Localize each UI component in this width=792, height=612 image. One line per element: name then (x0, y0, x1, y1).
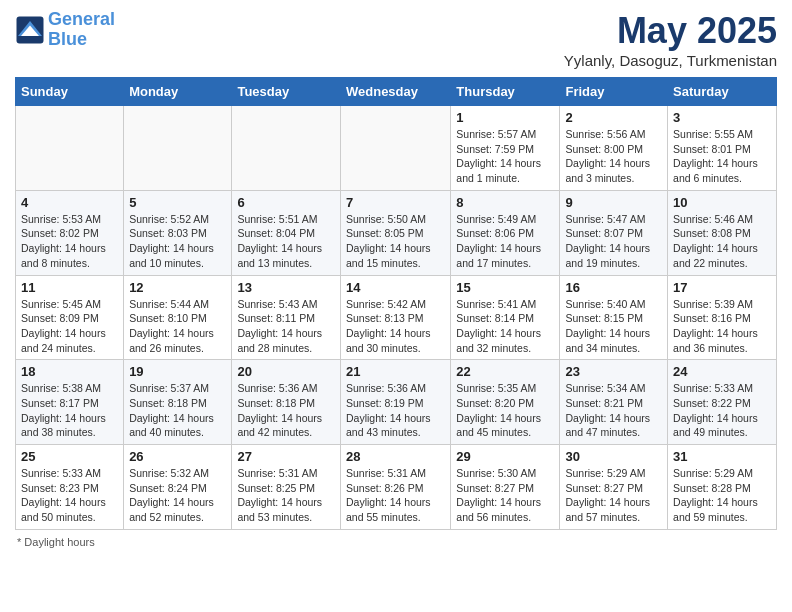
day-number: 22 (456, 364, 554, 379)
logo-line2: Blue (48, 29, 87, 49)
subtitle: Yylanly, Dasoguz, Turkmenistan (564, 52, 777, 69)
day-info: Sunrise: 5:29 AM Sunset: 8:27 PM Dayligh… (565, 466, 662, 525)
calendar-week-2: 4Sunrise: 5:53 AM Sunset: 8:02 PM Daylig… (16, 190, 777, 275)
calendar-cell: 29Sunrise: 5:30 AM Sunset: 8:27 PM Dayli… (451, 445, 560, 530)
title-block: May 2025 Yylanly, Dasoguz, Turkmenistan (564, 10, 777, 69)
day-number: 29 (456, 449, 554, 464)
day-number: 4 (21, 195, 118, 210)
calendar-cell: 23Sunrise: 5:34 AM Sunset: 8:21 PM Dayli… (560, 360, 668, 445)
calendar-cell: 4Sunrise: 5:53 AM Sunset: 8:02 PM Daylig… (16, 190, 124, 275)
calendar-cell: 9Sunrise: 5:47 AM Sunset: 8:07 PM Daylig… (560, 190, 668, 275)
day-header-saturday: Saturday (668, 78, 777, 106)
calendar-cell: 25Sunrise: 5:33 AM Sunset: 8:23 PM Dayli… (16, 445, 124, 530)
header: General Blue May 2025 Yylanly, Dasoguz, … (15, 10, 777, 69)
day-info: Sunrise: 5:46 AM Sunset: 8:08 PM Dayligh… (673, 212, 771, 271)
day-info: Sunrise: 5:53 AM Sunset: 8:02 PM Dayligh… (21, 212, 118, 271)
day-info: Sunrise: 5:45 AM Sunset: 8:09 PM Dayligh… (21, 297, 118, 356)
page: General Blue May 2025 Yylanly, Dasoguz, … (0, 0, 792, 558)
day-number: 17 (673, 280, 771, 295)
calendar-cell: 24Sunrise: 5:33 AM Sunset: 8:22 PM Dayli… (668, 360, 777, 445)
day-info: Sunrise: 5:49 AM Sunset: 8:06 PM Dayligh… (456, 212, 554, 271)
calendar-cell: 20Sunrise: 5:36 AM Sunset: 8:18 PM Dayli… (232, 360, 341, 445)
day-info: Sunrise: 5:36 AM Sunset: 8:19 PM Dayligh… (346, 381, 445, 440)
day-number: 11 (21, 280, 118, 295)
calendar-week-3: 11Sunrise: 5:45 AM Sunset: 8:09 PM Dayli… (16, 275, 777, 360)
day-number: 5 (129, 195, 226, 210)
calendar-week-5: 25Sunrise: 5:33 AM Sunset: 8:23 PM Dayli… (16, 445, 777, 530)
day-info: Sunrise: 5:31 AM Sunset: 8:26 PM Dayligh… (346, 466, 445, 525)
calendar-cell: 14Sunrise: 5:42 AM Sunset: 8:13 PM Dayli… (340, 275, 450, 360)
main-title: May 2025 (564, 10, 777, 52)
day-info: Sunrise: 5:43 AM Sunset: 8:11 PM Dayligh… (237, 297, 335, 356)
day-number: 25 (21, 449, 118, 464)
calendar-cell: 6Sunrise: 5:51 AM Sunset: 8:04 PM Daylig… (232, 190, 341, 275)
day-info: Sunrise: 5:40 AM Sunset: 8:15 PM Dayligh… (565, 297, 662, 356)
day-number: 14 (346, 280, 445, 295)
day-info: Sunrise: 5:34 AM Sunset: 8:21 PM Dayligh… (565, 381, 662, 440)
calendar-cell: 12Sunrise: 5:44 AM Sunset: 8:10 PM Dayli… (124, 275, 232, 360)
day-number: 3 (673, 110, 771, 125)
day-info: Sunrise: 5:32 AM Sunset: 8:24 PM Dayligh… (129, 466, 226, 525)
calendar-cell (124, 106, 232, 191)
day-info: Sunrise: 5:33 AM Sunset: 8:23 PM Dayligh… (21, 466, 118, 525)
day-header-tuesday: Tuesday (232, 78, 341, 106)
calendar-cell: 3Sunrise: 5:55 AM Sunset: 8:01 PM Daylig… (668, 106, 777, 191)
day-info: Sunrise: 5:47 AM Sunset: 8:07 PM Dayligh… (565, 212, 662, 271)
day-info: Sunrise: 5:44 AM Sunset: 8:10 PM Dayligh… (129, 297, 226, 356)
day-header-sunday: Sunday (16, 78, 124, 106)
calendar-cell: 8Sunrise: 5:49 AM Sunset: 8:06 PM Daylig… (451, 190, 560, 275)
day-number: 9 (565, 195, 662, 210)
logo: General Blue (15, 10, 115, 50)
day-number: 10 (673, 195, 771, 210)
day-number: 6 (237, 195, 335, 210)
day-info: Sunrise: 5:55 AM Sunset: 8:01 PM Dayligh… (673, 127, 771, 186)
calendar-cell: 16Sunrise: 5:40 AM Sunset: 8:15 PM Dayli… (560, 275, 668, 360)
day-info: Sunrise: 5:35 AM Sunset: 8:20 PM Dayligh… (456, 381, 554, 440)
calendar-cell: 17Sunrise: 5:39 AM Sunset: 8:16 PM Dayli… (668, 275, 777, 360)
calendar-cell: 18Sunrise: 5:38 AM Sunset: 8:17 PM Dayli… (16, 360, 124, 445)
calendar-cell (340, 106, 450, 191)
day-info: Sunrise: 5:36 AM Sunset: 8:18 PM Dayligh… (237, 381, 335, 440)
calendar-cell: 2Sunrise: 5:56 AM Sunset: 8:00 PM Daylig… (560, 106, 668, 191)
day-number: 21 (346, 364, 445, 379)
day-info: Sunrise: 5:52 AM Sunset: 8:03 PM Dayligh… (129, 212, 226, 271)
day-number: 26 (129, 449, 226, 464)
day-number: 20 (237, 364, 335, 379)
calendar-header-row: SundayMondayTuesdayWednesdayThursdayFrid… (16, 78, 777, 106)
day-info: Sunrise: 5:37 AM Sunset: 8:18 PM Dayligh… (129, 381, 226, 440)
calendar-cell: 22Sunrise: 5:35 AM Sunset: 8:20 PM Dayli… (451, 360, 560, 445)
day-number: 30 (565, 449, 662, 464)
day-number: 24 (673, 364, 771, 379)
calendar-cell: 15Sunrise: 5:41 AM Sunset: 8:14 PM Dayli… (451, 275, 560, 360)
calendar-cell: 26Sunrise: 5:32 AM Sunset: 8:24 PM Dayli… (124, 445, 232, 530)
calendar-cell: 7Sunrise: 5:50 AM Sunset: 8:05 PM Daylig… (340, 190, 450, 275)
day-header-thursday: Thursday (451, 78, 560, 106)
day-info: Sunrise: 5:41 AM Sunset: 8:14 PM Dayligh… (456, 297, 554, 356)
day-info: Sunrise: 5:30 AM Sunset: 8:27 PM Dayligh… (456, 466, 554, 525)
calendar-cell (232, 106, 341, 191)
day-info: Sunrise: 5:39 AM Sunset: 8:16 PM Dayligh… (673, 297, 771, 356)
calendar-cell: 28Sunrise: 5:31 AM Sunset: 8:26 PM Dayli… (340, 445, 450, 530)
day-info: Sunrise: 5:42 AM Sunset: 8:13 PM Dayligh… (346, 297, 445, 356)
day-info: Sunrise: 5:31 AM Sunset: 8:25 PM Dayligh… (237, 466, 335, 525)
calendar-table: SundayMondayTuesdayWednesdayThursdayFrid… (15, 77, 777, 530)
day-number: 18 (21, 364, 118, 379)
calendar-cell (16, 106, 124, 191)
calendar-cell: 30Sunrise: 5:29 AM Sunset: 8:27 PM Dayli… (560, 445, 668, 530)
day-number: 13 (237, 280, 335, 295)
day-number: 8 (456, 195, 554, 210)
day-header-monday: Monday (124, 78, 232, 106)
day-info: Sunrise: 5:57 AM Sunset: 7:59 PM Dayligh… (456, 127, 554, 186)
day-number: 31 (673, 449, 771, 464)
day-number: 28 (346, 449, 445, 464)
day-number: 15 (456, 280, 554, 295)
logo-line1: General (48, 9, 115, 29)
calendar-week-1: 1Sunrise: 5:57 AM Sunset: 7:59 PM Daylig… (16, 106, 777, 191)
day-info: Sunrise: 5:56 AM Sunset: 8:00 PM Dayligh… (565, 127, 662, 186)
day-info: Sunrise: 5:38 AM Sunset: 8:17 PM Dayligh… (21, 381, 118, 440)
day-info: Sunrise: 5:29 AM Sunset: 8:28 PM Dayligh… (673, 466, 771, 525)
calendar-cell: 21Sunrise: 5:36 AM Sunset: 8:19 PM Dayli… (340, 360, 450, 445)
day-number: 16 (565, 280, 662, 295)
day-number: 27 (237, 449, 335, 464)
calendar-cell: 5Sunrise: 5:52 AM Sunset: 8:03 PM Daylig… (124, 190, 232, 275)
